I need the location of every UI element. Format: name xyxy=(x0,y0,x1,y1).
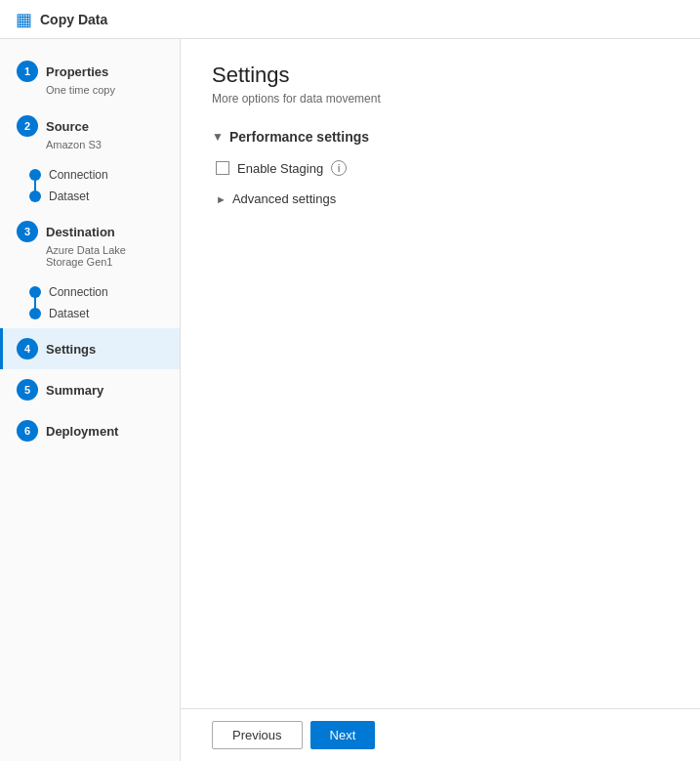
sidebar-item-source[interactable]: 2 Source Amazon S3 xyxy=(0,106,180,160)
sidebar-destination-subitems: Connection Dataset xyxy=(0,277,180,328)
nav-item-header-source: 2 Source xyxy=(17,115,166,137)
sidebar-sub-source: Amazon S3 xyxy=(17,139,166,150)
top-bar-title: Copy Data xyxy=(40,12,107,27)
sidebar-label-source: Source xyxy=(46,119,89,134)
page-title: Settings xyxy=(212,63,669,88)
nav-circle-6: 6 xyxy=(17,420,38,442)
advanced-expand-icon: ► xyxy=(216,193,226,205)
sidebar-destination-dataset-label: Dataset xyxy=(49,307,89,320)
sidebar-label-destination: Destination xyxy=(46,225,115,239)
sidebar-source-dataset-label: Dataset xyxy=(49,190,89,203)
nav-item-header-deployment: 6 Deployment xyxy=(17,420,166,442)
footer: Previous Next xyxy=(181,708,700,761)
copy-data-icon: ▦ xyxy=(16,9,32,30)
source-connection-dot xyxy=(29,169,41,181)
sidebar-label-settings: Settings xyxy=(46,342,96,357)
nav-circle-4: 4 xyxy=(17,338,38,359)
enable-staging-row: Enable Staging i xyxy=(216,160,669,176)
advanced-settings-label: Advanced settings xyxy=(232,191,336,206)
sidebar-source-connection-row: Connection xyxy=(29,164,166,186)
sidebar-source-dataset-row: Dataset xyxy=(29,186,166,207)
sidebar-item-properties[interactable]: 1 Properties One time copy xyxy=(0,51,180,106)
advanced-settings-row[interactable]: ► Advanced settings xyxy=(216,191,669,206)
enable-staging-checkbox[interactable] xyxy=(216,161,229,175)
nav-circle-1: 1 xyxy=(17,61,38,82)
top-bar: ▦ Copy Data xyxy=(0,0,700,39)
sidebar-source-subitems: Connection Dataset xyxy=(0,160,180,211)
sidebar-sub-destination: Azure Data Lake Storage Gen1 xyxy=(17,244,166,268)
content-body: Settings More options for data movement … xyxy=(181,39,700,708)
info-icon[interactable]: i xyxy=(331,160,347,176)
enable-staging-label: Enable Staging xyxy=(237,161,323,176)
sidebar-item-deployment[interactable]: 6 Deployment xyxy=(0,410,180,451)
sidebar-destination-connection-row: Connection xyxy=(29,281,166,303)
performance-section-title: Performance settings xyxy=(229,129,369,145)
destination-dataset-dot xyxy=(29,308,41,319)
sidebar-label-deployment: Deployment xyxy=(46,424,118,439)
nav-item-header-summary: 5 Summary xyxy=(17,379,166,401)
source-dataset-dot xyxy=(29,190,41,202)
content-area: Settings More options for data movement … xyxy=(181,39,700,761)
nav-circle-5: 5 xyxy=(17,379,38,401)
nav-circle-2: 2 xyxy=(17,115,38,137)
next-button[interactable]: Next xyxy=(310,721,376,749)
main-layout: 1 Properties One time copy 2 Source Amaz… xyxy=(0,39,700,761)
nav-item-header-settings: 4 Settings xyxy=(17,338,166,359)
nav-item-header-properties: 1 Properties xyxy=(17,61,166,82)
sidebar-destination-connection-label: Connection xyxy=(49,285,108,299)
sidebar-item-settings[interactable]: 4 Settings xyxy=(0,328,180,369)
sidebar-item-summary[interactable]: 5 Summary xyxy=(0,369,180,410)
sidebar-item-destination[interactable]: 3 Destination Azure Data Lake Storage Ge… xyxy=(0,211,180,277)
sidebar: 1 Properties One time copy 2 Source Amaz… xyxy=(0,39,181,761)
nav-circle-3: 3 xyxy=(17,221,38,242)
previous-button[interactable]: Previous xyxy=(212,721,303,749)
sidebar-label-properties: Properties xyxy=(46,64,108,79)
sidebar-sub-properties: One time copy xyxy=(17,84,166,96)
sidebar-label-summary: Summary xyxy=(46,383,103,398)
performance-section-header[interactable]: ▼ Performance settings xyxy=(212,129,669,145)
nav-item-header-destination: 3 Destination xyxy=(17,221,166,242)
destination-connection-dot xyxy=(29,286,41,298)
sidebar-source-connection-label: Connection xyxy=(49,168,108,182)
sidebar-destination-dataset-row: Dataset xyxy=(29,303,166,324)
section-collapse-icon: ▼ xyxy=(212,130,224,144)
page-subtitle: More options for data movement xyxy=(212,92,669,106)
